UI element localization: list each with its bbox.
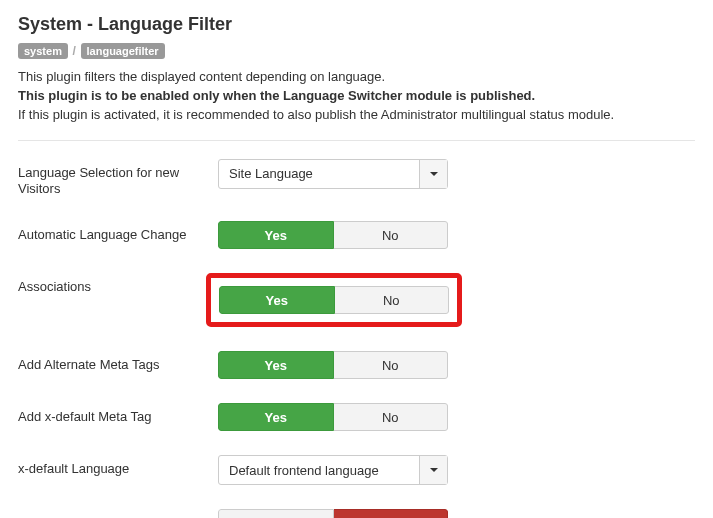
toggle-auto-language-change: Yes No [218,221,448,249]
field-associations: Associations Yes No [18,273,695,327]
toggle-alt-meta-no[interactable]: No [334,351,449,379]
page-title: System - Language Filter [18,14,695,35]
toggle-remove-url-no[interactable]: No [334,509,449,518]
field-remove-url-code: Remove URL Language Code Yes No [18,509,695,518]
description-line-2: This plugin is to be enabled only when t… [18,88,695,105]
description-line-3: If this plugin is activated, it is recom… [18,107,695,124]
chevron-down-icon [419,456,447,484]
toggle-associations-no[interactable]: No [335,286,450,314]
tag-separator: / [73,44,76,58]
toggle-associations-yes[interactable]: Yes [219,286,335,314]
description-block: This plugin filters the displayed conten… [18,69,695,124]
toggle-auto-change-yes[interactable]: Yes [218,221,334,249]
chevron-down-icon [419,160,447,188]
toggle-xdefault-meta: Yes No [218,403,448,431]
description-line-1: This plugin filters the displayed conten… [18,69,695,86]
breadcrumb-tags: system / languagefilter [18,43,695,59]
field-auto-language-change: Automatic Language Change Yes No [18,221,695,249]
select-language-selection[interactable]: Site Language [218,159,448,189]
toggle-alt-meta-yes[interactable]: Yes [218,351,334,379]
label-associations: Associations [18,273,218,295]
select-xdefault-language-value: Default frontend language [219,456,419,484]
toggle-remove-url-yes[interactable]: Yes [218,509,334,518]
toggle-auto-change-no[interactable]: No [334,221,449,249]
label-xdefault-language: x-default Language [18,455,218,477]
toggle-xdefault-meta-yes[interactable]: Yes [218,403,334,431]
field-alt-meta-tags: Add Alternate Meta Tags Yes No [18,351,695,379]
highlight-box: Yes No [206,273,462,327]
toggle-alt-meta-tags: Yes No [218,351,448,379]
section-divider [18,140,695,141]
toggle-associations: Yes No [219,286,449,314]
select-xdefault-language[interactable]: Default frontend language [218,455,448,485]
tag-system: system [18,43,68,59]
tag-languagefilter: languagefilter [81,43,165,59]
toggle-xdefault-meta-no[interactable]: No [334,403,449,431]
label-remove-url-code: Remove URL Language Code [18,509,218,518]
field-language-selection: Language Selection for new Visitors Site… [18,159,695,198]
field-xdefault-meta: Add x-default Meta Tag Yes No [18,403,695,431]
field-xdefault-language: x-default Language Default frontend lang… [18,455,695,485]
select-language-selection-value: Site Language [219,160,419,188]
label-language-selection: Language Selection for new Visitors [18,159,218,198]
toggle-remove-url-code: Yes No [218,509,448,518]
label-xdefault-meta: Add x-default Meta Tag [18,403,218,425]
label-alt-meta-tags: Add Alternate Meta Tags [18,351,218,373]
label-auto-language-change: Automatic Language Change [18,221,218,243]
